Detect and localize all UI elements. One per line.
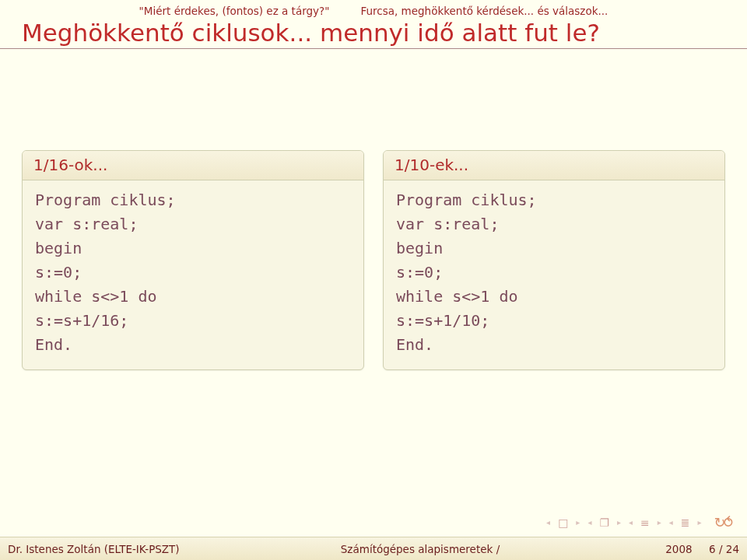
code-line: Program ciklus; bbox=[35, 188, 351, 212]
code-line: begin bbox=[35, 236, 351, 261]
breadcrumb: "Miért érdekes, (fontos) ez a tárgy?" Fu… bbox=[0, 0, 747, 17]
code-block-left-body: Program ciklus; var s:real; begin s:=0; … bbox=[23, 180, 363, 369]
nav-controls: ◂ □ ▸ ◂ ❐ ▸ ◂ ≡ ▸ ◂ ≣ ▸ ↻⥀ bbox=[544, 514, 733, 530]
nav-prev-frame-icon[interactable]: ◂ bbox=[585, 518, 594, 527]
nav-prev-slide-icon[interactable]: ◂ bbox=[544, 518, 552, 527]
code-line: while s<>1 do bbox=[396, 285, 712, 309]
code-line: Program ciklus; bbox=[396, 188, 712, 212]
code-line: var s:real; bbox=[396, 212, 712, 236]
nav-back-icon[interactable]: ◂ bbox=[667, 518, 675, 527]
footer: Dr. Istenes Zoltán (ELTE-IK-PSZT) Számít… bbox=[0, 537, 747, 560]
nav-forward-icon[interactable]: ▸ bbox=[696, 518, 704, 527]
nav-toc-icon[interactable]: ≡ bbox=[638, 516, 652, 529]
code-line: s:=0; bbox=[396, 261, 712, 285]
code-line: s:=s+1/16; bbox=[35, 309, 351, 333]
footer-author: Dr. Istenes Zoltán (ELTE-IK-PSZT) bbox=[8, 543, 257, 555]
code-block-left: 1/16-ok... Program ciklus; var s:real; b… bbox=[22, 150, 364, 370]
code-line: End. bbox=[396, 333, 712, 357]
footer-course: Számítógépes alapismeretek / bbox=[257, 543, 584, 555]
footer-year: 2008 bbox=[665, 543, 692, 555]
code-line: begin bbox=[396, 236, 712, 261]
nav-frames-icon[interactable]: ❐ bbox=[597, 516, 612, 529]
content-columns: 1/16-ok... Program ciklus; var s:real; b… bbox=[0, 49, 747, 370]
nav-search-icon[interactable]: ≣ bbox=[679, 516, 693, 529]
nav-next-section-icon[interactable]: ▸ bbox=[655, 518, 664, 527]
code-block-left-header: 1/16-ok... bbox=[23, 151, 363, 180]
code-block-right-header: 1/10-ek... bbox=[384, 151, 724, 180]
code-line: End. bbox=[35, 333, 351, 357]
nav-slide-icon[interactable]: □ bbox=[556, 516, 570, 529]
nav-next-slide-icon[interactable]: ▸ bbox=[573, 518, 582, 527]
code-line: while s<>1 do bbox=[35, 285, 351, 309]
slide-title: Meghökkentő ciklusok... mennyi idő alatt… bbox=[0, 17, 747, 47]
breadcrumb-section[interactable]: "Miért érdekes, (fontos) ez a tárgy?" bbox=[139, 5, 330, 17]
code-block-right-body: Program ciklus; var s:real; begin s:=0; … bbox=[384, 180, 724, 369]
breadcrumb-subsection[interactable]: Furcsa, meghökkentő kérdések... és válas… bbox=[360, 5, 608, 17]
footer-page: 2008 6 / 24 bbox=[584, 543, 739, 555]
code-line: s:=s+1/10; bbox=[396, 309, 712, 333]
footer-page-number: 6 / 24 bbox=[709, 543, 739, 555]
code-line: var s:real; bbox=[35, 212, 351, 236]
code-block-right: 1/10-ek... Program ciklus; var s:real; b… bbox=[383, 150, 725, 370]
code-line: s:=0; bbox=[35, 261, 351, 285]
nav-refresh-icon[interactable]: ↻⥀ bbox=[712, 514, 733, 530]
nav-prev-section-icon[interactable]: ◂ bbox=[626, 518, 635, 527]
nav-next-frame-icon[interactable]: ▸ bbox=[615, 518, 623, 527]
